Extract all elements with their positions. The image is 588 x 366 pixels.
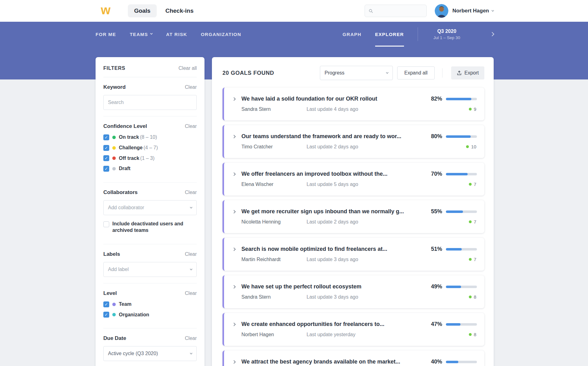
filter-level-organization[interactable]: Organization [103, 312, 197, 318]
user-menu[interactable]: Norbert Hagen [452, 8, 494, 14]
due-date-select[interactable]: Active cycle (Q3 2020) [103, 346, 197, 361]
confidence-clear-button[interactable]: Clear [185, 124, 197, 129]
nav-item-graph[interactable]: GRAPH [343, 22, 361, 47]
labels-clear-button[interactable]: Clear [185, 251, 197, 257]
confidence-value: 10 [471, 144, 476, 149]
chevron-down-icon [386, 71, 388, 74]
goal-updated: Last update 3 days ago [307, 294, 358, 300]
goal-progress-block: 80% 10 [406, 133, 477, 149]
confidence-dot-icon [469, 220, 472, 223]
progress-bar-fill [446, 286, 461, 288]
progress-bar-fill [446, 248, 462, 251]
chevron-down-icon [190, 268, 192, 270]
progress-bar [446, 210, 477, 213]
filters-title: FILTERS [103, 66, 125, 71]
nav-divider [418, 27, 418, 41]
goal-row[interactable]: Our teams understand the framework and a… [222, 125, 484, 158]
goal-progress-percent: 51% [427, 246, 442, 252]
goal-main: We create enhanced opportunities for fre… [241, 321, 406, 337]
goal-title: We attract the best agency brands availa… [241, 359, 406, 365]
progress-bar [446, 361, 477, 363]
goal-progress-block: 47% 8 [406, 321, 477, 337]
expand-chevron-icon[interactable] [232, 97, 236, 101]
confidence-dot-icon [469, 258, 472, 261]
filter-draft[interactable]: Draft [103, 165, 197, 172]
cycle-picker[interactable]: Q3 2020 Jul 1 – Sep 30 [432, 22, 462, 47]
expand-chevron-icon[interactable] [232, 172, 236, 176]
goal-row[interactable]: We have laid a solid foundation for our … [222, 88, 484, 120]
expand-chevron-icon[interactable] [232, 360, 236, 364]
sort-select[interactable]: Progress [320, 66, 393, 80]
nav-item-for-me[interactable]: FOR ME [96, 22, 116, 47]
due-date-clear-button[interactable]: Clear [185, 336, 197, 341]
nav-item-organization[interactable]: ORGANIZATION [201, 22, 241, 47]
goal-progress-percent: 82% [427, 96, 442, 102]
nav-left-group: FOR ME TEAMS AT RISK ORGANIZATION [96, 22, 241, 47]
filter-section-keyword: Keyword Clear [103, 77, 197, 116]
chevron-down-icon [150, 32, 153, 34]
expand-chevron-icon[interactable] [232, 323, 236, 326]
export-button[interactable]: Export [451, 66, 484, 79]
goal-meta: Sandra Stern Last update 3 days ago [241, 294, 406, 300]
cycle-title: Q3 2020 [437, 29, 456, 34]
tab-checkins[interactable]: Check-ins [159, 4, 200, 17]
cycle-range: Jul 1 – Sep 30 [433, 35, 460, 40]
filter-section-confidence: Confidence Level Clear On track(8 – 10) … [103, 116, 197, 183]
clear-all-button[interactable]: Clear all [178, 66, 197, 71]
next-cycle-button[interactable] [491, 22, 494, 47]
keyword-clear-button[interactable]: Clear [185, 84, 197, 90]
filter-section-collaborators: Collaborators Clear Add collaborator Inc… [103, 183, 197, 244]
goal-meta: Norbert Hagen Last update yesterday [241, 332, 406, 337]
nav-item-explorer[interactable]: EXPLORER [375, 22, 404, 47]
goal-row[interactable]: We have set up the perfect rollout ecosy… [222, 275, 484, 308]
off-track-dot-icon [112, 156, 116, 160]
results-panel: 20 GOALS FOUND Progress Expand all Expor… [212, 57, 494, 366]
on-track-dot-icon [112, 136, 116, 139]
search-input[interactable] [376, 8, 423, 14]
tab-goals[interactable]: Goals [128, 4, 157, 17]
avatar[interactable] [435, 4, 448, 18]
expand-chevron-icon[interactable] [232, 285, 236, 288]
expand-chevron-icon[interactable] [232, 135, 236, 138]
nav-item-teams[interactable]: TEAMS [130, 22, 152, 47]
expand-chevron-icon[interactable] [232, 247, 236, 251]
goal-row[interactable]: We get more recruiter sign ups inbound t… [222, 200, 484, 233]
confidence-value: 7 [474, 219, 476, 224]
header-right: Norbert Hagen [365, 4, 494, 18]
expand-all-button[interactable]: Expand all [397, 66, 435, 79]
collaborator-select[interactable]: Add collaborator [103, 200, 197, 215]
level-clear-button[interactable]: Clear [185, 291, 197, 296]
goal-row[interactable]: We attract the best agency brands availa… [222, 350, 484, 366]
secondary-nav: FOR ME TEAMS AT RISK ORGANIZATION GRAPH … [0, 22, 588, 47]
keyword-input[interactable] [103, 95, 197, 110]
export-icon [457, 70, 462, 75]
filter-off-track[interactable]: Off track(1 – 3) [103, 155, 197, 162]
confidence-score: 10 [406, 144, 477, 149]
top-header: w Goals Check-ins Norbert Hagen [0, 0, 588, 22]
global-search[interactable] [365, 5, 427, 17]
include-deactivated-checkbox[interactable]: Include deactivated users and archived t… [103, 221, 197, 234]
confidence-value: 7 [474, 182, 476, 187]
checkbox-checked-icon [103, 145, 109, 151]
workpath-logo[interactable]: w [101, 4, 110, 18]
goal-row[interactable]: Search is now mobile optimized to find f… [222, 238, 484, 271]
filter-level-team[interactable]: Team [103, 301, 197, 308]
progress-bar-fill [446, 323, 460, 326]
filter-section-due-date: Due Date Clear Active cycle (Q3 2020) [103, 328, 197, 366]
confidence-dot-icon [469, 333, 472, 336]
goal-progress-block: 82% 9 [406, 96, 477, 112]
filter-challenge[interactable]: Challenge(4 – 7) [103, 145, 197, 151]
goal-row[interactable]: We offer freelancers an improved toolbox… [222, 163, 484, 196]
label-select[interactable]: Add label [103, 262, 197, 277]
goal-row[interactable]: We create enhanced opportunities for fre… [222, 313, 484, 346]
checkbox-checked-icon [103, 312, 109, 318]
goal-progress-percent: 47% [427, 321, 442, 328]
filters-header: FILTERS Clear all [103, 57, 197, 77]
goal-progress-percent: 80% [427, 133, 442, 140]
collaborators-clear-button[interactable]: Clear [185, 190, 197, 195]
progress-bar-fill [446, 210, 463, 213]
confidence-dot-icon [469, 183, 472, 186]
filter-on-track[interactable]: On track(8 – 10) [103, 134, 197, 141]
nav-item-at-risk[interactable]: AT RISK [166, 22, 187, 47]
expand-chevron-icon[interactable] [232, 210, 236, 213]
